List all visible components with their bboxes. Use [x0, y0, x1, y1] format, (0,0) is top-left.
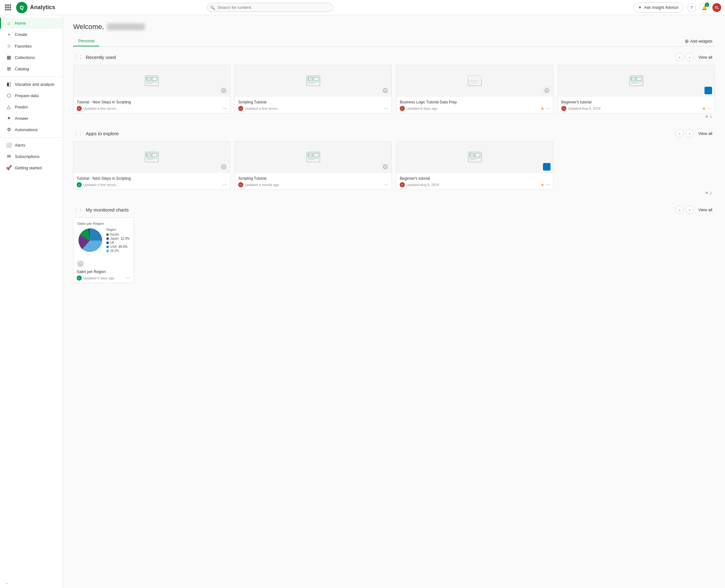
explore-card-1[interactable]: ≡ Tutorial - Next Steps in Scripting TL …: [73, 141, 230, 190]
explore-meta-3: TL Updated Aug 8, 2024 ★ ···: [400, 182, 550, 188]
apps-to-explore-nav: ‹ › View all: [676, 129, 715, 138]
svg-rect-36: [632, 79, 633, 80]
card-meta-3: TL Updated 6 days ago ★ ···: [400, 106, 550, 111]
sidebar-item-collections[interactable]: ▦ Collections: [0, 52, 63, 63]
monitored-chart-card-1[interactable]: Sales per Region: [73, 217, 134, 283]
avatar[interactable]: TL: [712, 3, 721, 12]
recently-used-view-all[interactable]: View all: [696, 54, 715, 61]
sidebar-item-answer[interactable]: ✦ Answer: [0, 112, 63, 124]
chart-title-label: Sales per Region: [77, 222, 130, 226]
recently-used-header: ⋮⋮ Recently used ‹ › View all: [73, 53, 715, 61]
card-star-3[interactable]: ★: [540, 106, 545, 111]
visualize-icon: ◧: [6, 81, 12, 87]
svg-rect-56: [309, 155, 310, 156]
sidebar-item-predict[interactable]: △ Predict: [0, 101, 63, 112]
apps-explore-view-all[interactable]: View all: [696, 130, 715, 137]
explore-preview-icon-2: [305, 149, 321, 165]
explore-type-icon-2: ≡: [381, 163, 389, 171]
explore-more-1[interactable]: ···: [223, 182, 227, 188]
explore-updated-1: Updated a few seconds ago: [83, 183, 121, 187]
card-more-3[interactable]: ···: [546, 106, 550, 111]
card-avatar-3: TL: [400, 106, 405, 111]
sidebar-item-favorites[interactable]: ☆ Favorites: [0, 40, 63, 52]
explore-more-2[interactable]: ···: [384, 182, 388, 188]
sidebar-item-prepare[interactable]: ⬡ Prepare data: [0, 90, 63, 101]
explore-preview-icon-3: [467, 149, 483, 165]
apps-grid-icon[interactable]: [4, 3, 12, 12]
chart-card-more[interactable]: ···: [126, 275, 130, 281]
svg-rect-65: [469, 154, 470, 156]
help-button[interactable]: ?: [687, 3, 696, 12]
sidebar-item-subscriptions[interactable]: ✉ Subscriptions: [0, 151, 63, 162]
recently-used-card-4[interactable]: ○ Beginner's tutorial TL Updated Aug 8, …: [558, 65, 715, 113]
tab-personal[interactable]: Personal: [73, 36, 99, 46]
recently-used-card-1[interactable]: ≡ Tutorial - Next Steps in Scripting TL …: [73, 65, 230, 113]
notifications-button[interactable]: 🔔 1: [700, 3, 709, 12]
explore-avatar-2: TL: [238, 182, 243, 187]
monitored-charts-cards: Sales per Region: [73, 217, 715, 283]
sidebar-item-catalog[interactable]: ⊞ Catalog: [0, 63, 63, 75]
explore-actions-1: ···: [223, 182, 227, 188]
chart-card-actions: ···: [126, 275, 130, 281]
sidebar-item-alerts[interactable]: ⬜ Alerts: [0, 139, 63, 151]
drag-handle-icon[interactable]: ⋮⋮: [73, 54, 83, 60]
card-more-4[interactable]: ···: [707, 106, 711, 111]
monitored-next-button[interactable]: ›: [686, 206, 694, 214]
sidebar-label-predict: Predict: [15, 105, 27, 109]
sidebar-label-catalog: Catalog: [15, 66, 29, 71]
logo[interactable]: Q Analytics: [16, 2, 55, 13]
add-widgets-button[interactable]: ⊕ Add widgets: [682, 37, 715, 45]
explore-more-3[interactable]: ···: [546, 182, 550, 188]
drag-handle-icon-2[interactable]: ⋮⋮: [73, 130, 83, 136]
search-input[interactable]: [207, 3, 333, 12]
recently-used-title: Recently used: [86, 55, 116, 60]
card-meta-1: TL Updated a few seconds ago ···: [77, 106, 227, 111]
collections-icon: ▦: [6, 55, 12, 60]
explore-card-2[interactable]: ≡ Scripting Tutorial TL Updated a minute…: [235, 141, 392, 190]
card-title-3: Business Logic Tutorial Data Prep: [400, 100, 550, 104]
insight-advisor-label: Ask Insight Advisor: [644, 5, 679, 10]
monitored-charts-section: ⋮⋮ My monitored charts ‹ › View all Sale…: [73, 206, 715, 283]
monitored-prev-button[interactable]: ‹: [676, 206, 684, 214]
explore-card-3[interactable]: Beginner's tutorial TL Updated Aug 8, 20…: [396, 141, 553, 190]
card-more-2[interactable]: ···: [384, 106, 388, 111]
card-star-4[interactable]: ★: [702, 106, 706, 111]
card-meta-left-2: TL Updated a few seconds ago: [238, 106, 283, 111]
card-updated-3: Updated 6 days ago: [406, 107, 437, 110]
chart-preview-1: Sales per Region: [74, 218, 134, 257]
apps-explore-next-button[interactable]: ›: [686, 129, 694, 138]
recently-used-card-3[interactable]: ≡ Business Logic Tutorial Data Prep TL U…: [396, 65, 553, 113]
apps-explore-prev-button[interactable]: ‹: [676, 129, 684, 138]
card-actions-1: ···: [223, 106, 227, 111]
sidebar-item-automations[interactable]: ⚙ Automations: [0, 124, 63, 135]
recently-used-next-button[interactable]: ›: [686, 53, 694, 61]
card-footer-3: Business Logic Tutorial Data Prep TL Upd…: [397, 97, 553, 113]
sidebar-collapse-button[interactable]: ←: [0, 578, 63, 588]
svg-text:Q: Q: [20, 5, 24, 10]
monitored-view-all[interactable]: View all: [696, 206, 715, 213]
explore-star-3[interactable]: ★: [540, 182, 545, 187]
sidebar-item-home[interactable]: ⌂ Home: [0, 18, 63, 29]
explore-actions-3: ★ ···: [540, 182, 550, 188]
card-more-1[interactable]: ···: [223, 106, 227, 111]
drag-handle-icon-3[interactable]: ⋮⋮: [73, 207, 83, 213]
sidebar-item-create[interactable]: ＋ Create: [0, 29, 63, 40]
recently-used-card-2[interactable]: ≡ Scripting Tutorial TL Updated a few se…: [235, 65, 392, 113]
sidebar-item-getting-started[interactable]: 🚀 Getting started: [0, 162, 63, 173]
card-meta-left-3: TL Updated 6 days ago: [400, 106, 437, 111]
card-actions-2: ···: [384, 106, 388, 111]
automations-icon: ⚙: [6, 127, 12, 132]
monitored-charts-title-wrap: ⋮⋮ My monitored charts: [73, 207, 129, 213]
insight-advisor-button[interactable]: ✦ Ask Insight Advisor: [633, 2, 683, 13]
chart-card-avatar: TL: [77, 276, 82, 280]
explore-updated-3: Updated Aug 8, 2024: [406, 183, 439, 187]
pie-chart: [77, 228, 103, 253]
explore-meta-2: TL Updated a minute ago ···: [238, 182, 388, 188]
svg-rect-43: [146, 158, 157, 159]
sidebar-label-favorites: Favorites: [15, 44, 32, 48]
sidebar-divider-2: [0, 137, 63, 138]
sidebar-item-visualize[interactable]: ◧ Visualize and analyze: [0, 79, 63, 90]
explore-preview-icon-1: [144, 149, 160, 165]
svg-rect-18: [309, 79, 310, 80]
recently-used-prev-button[interactable]: ‹: [676, 53, 684, 61]
